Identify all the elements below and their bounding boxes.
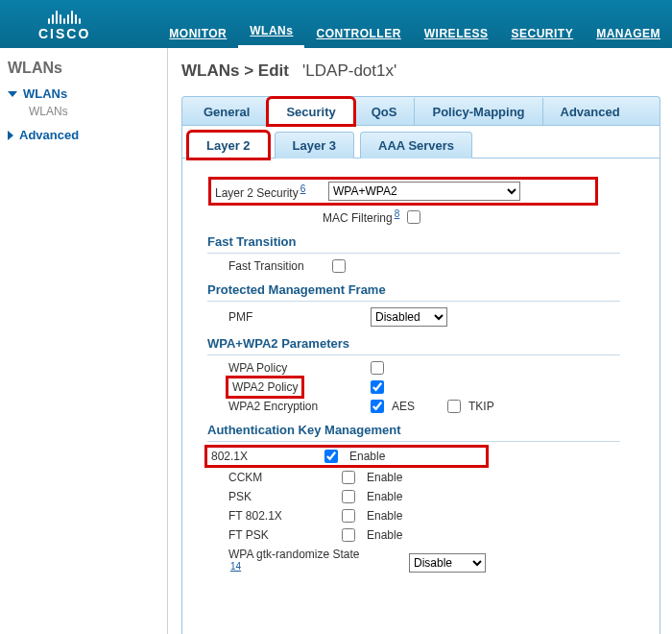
section-wpa-params: WPA+WPA2 Parameters — [207, 336, 620, 355]
security-panel: Layer 2 Layer 3 AAA Servers Layer 2 Secu… — [181, 125, 660, 634]
cisco-logo: CISCO — [38, 7, 90, 41]
nav-wlans[interactable]: WLANs — [238, 24, 304, 48]
wlan-name: 'LDAP-dot1x' — [302, 61, 396, 80]
akm-ft8021x-row: FT 802.1X Enable — [207, 509, 646, 523]
footnote-icon: 8 — [395, 208, 400, 219]
wpa-policy-label: WPA Policy — [228, 361, 363, 375]
subtabs-row: Layer 2 Layer 3 AAA Servers — [182, 126, 660, 158]
app-header: CISCO MONITOR WLANs CONTROLLER WIRELESS … — [0, 0, 672, 48]
wpa2-policy-row: WPA2 Policy — [207, 380, 646, 394]
tkip-checkbox[interactable] — [447, 400, 461, 413]
akm-8021x-label: 802.1X — [211, 450, 317, 463]
sidebar-item-wlans[interactable]: WLANs — [29, 105, 159, 118]
tkip-label: TKIP — [468, 400, 494, 413]
tab-security[interactable]: Security — [268, 98, 353, 125]
mac-filtering-row: MAC Filtering8 — [323, 208, 646, 225]
brand-text: CISCO — [38, 26, 90, 41]
fast-transition-checkbox[interactable] — [332, 259, 346, 273]
nav-monitor[interactable]: MONITOR — [157, 27, 238, 48]
akm-cckm-label: CCKM — [228, 471, 334, 484]
aes-label: AES — [392, 400, 415, 413]
pmf-select[interactable]: Disabled — [371, 307, 447, 327]
akm-ft8021x-checkbox[interactable] — [342, 509, 355, 523]
sidebar-group-label: Advanced — [19, 128, 79, 142]
akm-cckm-checkbox[interactable] — [342, 471, 355, 484]
aes-checkbox[interactable] — [371, 400, 384, 413]
nav-management[interactable]: MANAGEM — [585, 27, 672, 48]
nav-security[interactable]: SECURITY — [499, 27, 585, 48]
cisco-bars-icon — [48, 7, 81, 24]
akm-cckm-row: CCKM Enable — [207, 471, 646, 484]
enable-label: Enable — [367, 509, 402, 523]
wpa2-encryption-row: WPA2 Encryption AES TKIP — [207, 400, 646, 413]
tab-qos[interactable]: QoS — [354, 98, 416, 125]
gtk-randomize-select[interactable]: Disable — [409, 553, 486, 573]
sidebar-group-label: WLANs — [23, 86, 67, 101]
breadcrumb-path: WLANs > Edit — [181, 61, 289, 80]
akm-psk-checkbox[interactable] — [342, 490, 355, 503]
nav-wireless[interactable]: WIRELESS — [413, 27, 500, 48]
footnote-icon: 6 — [300, 183, 306, 194]
subtab-aaa-servers[interactable]: AAA Servers — [360, 132, 472, 158]
pmf-row: PMF Disabled — [207, 307, 646, 327]
tab-advanced[interactable]: Advanced — [543, 98, 637, 125]
subtab-layer2[interactable]: Layer 2 — [188, 132, 269, 158]
gtk-randomize-label: WPA gtk-randomize State 14 — [228, 548, 401, 577]
section-akm: Authentication Key Management — [207, 423, 620, 442]
gtk-randomize-row: WPA gtk-randomize State 14 Disable — [207, 548, 646, 577]
akm-8021x-checkbox[interactable] — [324, 450, 338, 463]
akm-ft8021x-label: FT 802.1X — [228, 509, 334, 523]
footnote-icon: 14 — [230, 561, 241, 572]
subtab-layer3[interactable]: Layer 3 — [275, 132, 355, 158]
nav-controller[interactable]: CONTROLLER — [304, 27, 412, 48]
layer2-security-select[interactable]: WPA+WPA2 — [328, 182, 520, 201]
akm-8021x-row: 802.1X Enable — [207, 448, 486, 465]
akm-ftpsk-checkbox[interactable] — [342, 528, 355, 542]
fast-transition-label: Fast Transition — [228, 259, 324, 273]
wpa2-encryption-label: WPA2 Encryption — [228, 400, 363, 413]
enable-label: Enable — [349, 450, 385, 463]
sidebar-group-wlans[interactable]: WLANs — [8, 86, 159, 101]
top-nav: MONITOR WLANs CONTROLLER WIRELESS SECURI… — [157, 0, 672, 48]
main-content: WLANs > Edit 'LDAP-dot1x' General Securi… — [168, 48, 672, 634]
wpa-policy-checkbox[interactable] — [371, 361, 384, 375]
sidebar-group-advanced[interactable]: Advanced — [8, 128, 159, 142]
layer2-form: Layer 2 Security6 WPA+WPA2 MAC Filtering… — [192, 168, 650, 577]
section-fast-transition: Fast Transition — [207, 234, 620, 254]
tab-general[interactable]: General — [186, 98, 268, 125]
wpa2-policy-checkbox[interactable] — [371, 380, 384, 394]
fast-transition-row: Fast Transition — [207, 259, 646, 273]
enable-label: Enable — [367, 528, 402, 542]
tabs-row: General Security QoS Policy-Mapping Adva… — [181, 96, 660, 125]
enable-label: Enable — [367, 471, 402, 484]
akm-psk-label: PSK — [228, 490, 334, 503]
breadcrumb: WLANs > Edit 'LDAP-dot1x' — [181, 61, 660, 81]
mac-filtering-checkbox[interactable] — [407, 210, 420, 224]
section-pmf: Protected Management Frame — [207, 282, 620, 302]
layer2-security-label: Layer 2 Security6 — [215, 183, 321, 200]
akm-ftpsk-label: FT PSK — [228, 528, 334, 542]
akm-psk-row: PSK Enable — [207, 490, 646, 503]
wpa2-policy-label: WPA2 Policy — [228, 380, 363, 394]
sidebar: WLANs WLANs WLANs Advanced — [0, 48, 168, 634]
tab-policy-mapping[interactable]: Policy-Mapping — [415, 98, 542, 125]
sidebar-title: WLANs — [8, 60, 159, 77]
wpa-policy-row: WPA Policy — [207, 361, 646, 375]
pmf-label: PMF — [228, 310, 363, 324]
enable-label: Enable — [367, 490, 402, 503]
mac-filtering-label: MAC Filtering8 — [323, 208, 399, 225]
layer2-security-row: Layer 2 Security6 WPA+WPA2 — [211, 180, 595, 203]
chevron-right-icon — [8, 131, 13, 140]
chevron-down-icon — [8, 91, 17, 97]
akm-ftpsk-row: FT PSK Enable — [207, 528, 646, 542]
